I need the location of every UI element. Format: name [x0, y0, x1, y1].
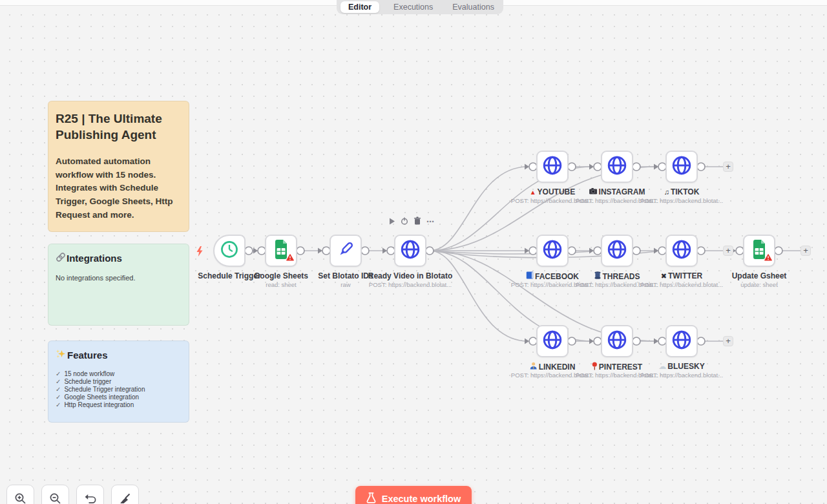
node-sublabel: POST: https://backend.blotat...	[369, 281, 452, 288]
tab-executions[interactable]: Executions	[388, 1, 438, 13]
node-label: Set Blotato IDs	[318, 271, 373, 280]
node-sublabel: POST: https://backend.blotat...	[640, 281, 723, 288]
red-triangle-icon: ▲	[530, 189, 536, 196]
node-label: ✖TWITTER	[661, 271, 703, 280]
node-youtube[interactable]: ▲YOUTUBE POST: https://backend.blotat...	[536, 151, 569, 183]
warning-icon	[764, 252, 772, 264]
globe-icon	[606, 329, 628, 353]
node-label: INSTAGRAM	[589, 187, 645, 196]
pushpin-icon	[592, 362, 598, 372]
add-node-button[interactable]: +	[723, 246, 733, 256]
cloud-icon: ☁	[658, 362, 666, 371]
zoom-out-button[interactable]	[41, 485, 69, 504]
globe-icon	[671, 154, 693, 179]
workflow-canvas[interactable]: Editor Executions Evaluations R25 | The …	[0, 0, 827, 504]
node-box[interactable]	[394, 235, 426, 267]
power-icon[interactable]	[401, 216, 408, 227]
camera-icon	[589, 187, 598, 196]
node-bluesky[interactable]: ☁BLUESKY POST: https://backend.blotat...	[665, 325, 698, 357]
port[interactable]	[633, 337, 640, 345]
node-label: FACEBOOK	[526, 271, 579, 281]
node-ready-video[interactable]: Ready Video in Blotato POST: https://bac…	[394, 235, 426, 267]
node-label: Schedule Trigger	[198, 271, 260, 280]
play-icon[interactable]	[389, 216, 395, 227]
port[interactable]	[633, 163, 640, 171]
node-sublabel: POST: https://backend.blotat...	[640, 197, 723, 204]
trigger-pin	[197, 246, 203, 257]
port[interactable]	[568, 163, 576, 171]
node-box[interactable]	[601, 151, 633, 183]
port[interactable]	[697, 163, 705, 171]
node-box[interactable]	[536, 325, 569, 357]
view-tabbar: Editor Executions Evaluations	[337, 0, 503, 14]
globe-icon	[541, 154, 563, 179]
port[interactable]	[426, 247, 434, 255]
tab-evaluations[interactable]: Evaluations	[447, 1, 499, 13]
node-box[interactable]	[665, 235, 698, 267]
node-label: Ready Video in Blotato	[368, 271, 452, 280]
node-box[interactable]	[330, 235, 362, 267]
undo-button[interactable]	[76, 485, 104, 504]
node-label: LINKEDIN	[530, 362, 576, 372]
node-update-gsheet[interactable]: Update Gsheet update: sheet	[743, 235, 775, 267]
port[interactable]	[568, 247, 576, 255]
node-label: ♫TIKTOK	[664, 187, 700, 196]
node-twitter[interactable]: ✖TWITTER POST: https://backend.blotat...	[665, 235, 698, 267]
more-options-icon[interactable]: ⋯	[426, 218, 435, 225]
globe-icon	[606, 154, 628, 179]
node-label: ▲YOUTUBE	[530, 187, 576, 196]
zoom-in-icon	[14, 492, 26, 504]
execute-workflow-button[interactable]: Execute workflow	[355, 486, 472, 504]
port[interactable]	[633, 247, 640, 255]
port[interactable]	[245, 247, 253, 255]
undo-icon	[85, 494, 96, 504]
spool-icon	[594, 271, 601, 281]
node-label: PINTEREST	[592, 362, 642, 372]
node-linkedin[interactable]: LINKEDIN POST: https://backend.blotat...	[536, 325, 569, 357]
warning-icon	[286, 252, 294, 264]
node-sublabel: read: sheet	[266, 281, 297, 288]
port[interactable]	[297, 247, 304, 255]
trash-icon[interactable]	[414, 216, 421, 227]
globe-icon	[399, 238, 421, 263]
add-node-button[interactable]: +	[801, 246, 811, 256]
node-box[interactable]	[536, 151, 569, 183]
x-mark-icon: ✖	[661, 272, 667, 280]
port[interactable]	[697, 247, 705, 255]
add-node-button[interactable]: +	[723, 336, 733, 346]
globe-icon	[541, 238, 563, 263]
node-threads[interactable]: THREADS POST: https://backend.blotat...	[601, 235, 633, 267]
office-worker-icon	[530, 362, 538, 372]
zoom-in-button[interactable]	[6, 485, 34, 504]
node-google-sheets[interactable]: Google Sheets read: sheet	[265, 235, 297, 267]
port[interactable]	[361, 247, 369, 255]
node-pinterest[interactable]: PINTEREST POST: https://backend.blotat..…	[601, 325, 633, 357]
node-box[interactable]	[665, 151, 698, 183]
node-box[interactable]	[536, 235, 569, 267]
port[interactable]	[775, 247, 782, 255]
node-box[interactable]	[265, 235, 297, 267]
node-label: Google Sheets	[254, 271, 308, 280]
node-sublabel: raw	[340, 281, 350, 288]
node-box[interactable]	[665, 325, 698, 357]
node-label: Update Gsheet	[732, 271, 787, 280]
node-label: ☁BLUESKY	[658, 362, 704, 371]
node-schedule-trigger[interactable]: Schedule Trigger	[213, 235, 246, 267]
node-label: THREADS	[594, 271, 640, 281]
node-box[interactable]	[743, 235, 775, 267]
port[interactable]	[697, 337, 705, 345]
node-box[interactable]	[601, 235, 633, 267]
tab-editor[interactable]: Editor	[340, 1, 379, 13]
node-facebook[interactable]: FACEBOOK POST: https://backend.blotat...	[536, 235, 569, 267]
node-box[interactable]	[213, 235, 246, 267]
node-instagram[interactable]: INSTAGRAM POST: https://backend.blotat..…	[601, 151, 633, 183]
lightning-icon	[197, 246, 203, 257]
port[interactable]	[568, 337, 576, 345]
node-box[interactable]	[601, 325, 633, 357]
flask-icon	[366, 492, 376, 504]
node-set-blotato-ids[interactable]: Set Blotato IDs raw	[330, 235, 362, 267]
node-tiktok[interactable]: ♫TIKTOK POST: https://backend.blotat...	[665, 151, 698, 183]
tidy-up-button[interactable]	[111, 485, 139, 504]
add-node-button[interactable]: +	[723, 162, 733, 172]
broom-icon	[120, 493, 131, 504]
